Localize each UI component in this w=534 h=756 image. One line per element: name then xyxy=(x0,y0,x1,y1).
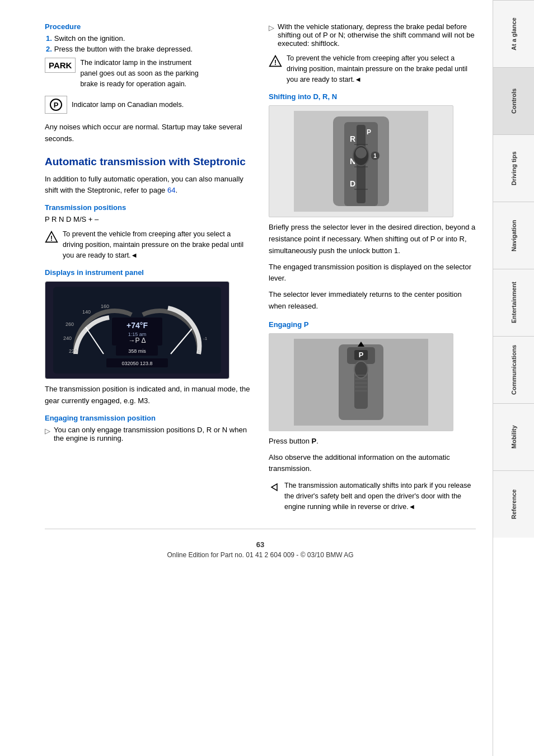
svg-text:D: D xyxy=(350,179,355,188)
engaging-trans-bullet: ▷ You can only engage transmission posit… xyxy=(45,426,252,442)
sidebar-tab-mobility[interactable]: Mobility xyxy=(493,403,534,470)
svg-text:R: R xyxy=(350,134,355,143)
svg-point-31 xyxy=(355,147,367,158)
info-text: The transmission automatically shifts in… xyxy=(284,480,476,512)
step-1-number: 1. xyxy=(46,34,52,43)
warning-text-2: To prevent the vehicle from creeping aft… xyxy=(287,53,476,85)
shifting-body-1: Briefly press the selector lever in the … xyxy=(269,222,476,256)
sidebar-tab-navigation[interactable]: Navigation xyxy=(493,202,534,269)
gear-selector-image: R P N D 1 xyxy=(269,105,453,217)
warning-box-1: ! To prevent the vehicle from creeping a… xyxy=(45,229,252,260)
shifting-heading: Shifting into D, R, N xyxy=(269,92,476,101)
sidebar-tab-communications[interactable]: Communications xyxy=(493,336,534,403)
procedure-heading: Procedure xyxy=(45,22,252,31)
sidebar-tab-reference[interactable]: Reference xyxy=(493,470,534,538)
svg-text:220: 220 xyxy=(69,348,77,354)
circle-p-icon: P xyxy=(50,99,62,111)
sidebar-tab-entertainment[interactable]: Entertainment xyxy=(493,269,534,336)
engaging-trans-text: You can only engage transmission positio… xyxy=(54,426,252,442)
canadian-box: P xyxy=(45,96,67,114)
page-number: 63 xyxy=(45,540,476,549)
sidebar-tab-controls[interactable]: Controls xyxy=(493,67,534,134)
svg-text:1: 1 xyxy=(198,349,200,354)
info-box: The transmission automatically shifts in… xyxy=(269,480,476,512)
svg-text:032050  123.8: 032050 123.8 xyxy=(121,361,152,366)
warning-box-2: ! To prevent the vehicle from creeping a… xyxy=(269,53,476,85)
back-symbol-2: ◄ xyxy=(355,76,362,83)
svg-marker-51 xyxy=(271,484,277,491)
auto-section-body: In addition to fully automatic operation… xyxy=(45,174,252,197)
page-container: Procedure 1.Switch on the ignition. 2.Pr… xyxy=(0,0,534,756)
svg-text:-1: -1 xyxy=(203,336,208,341)
two-column-layout: Procedure 1.Switch on the ignition. 2.Pr… xyxy=(45,22,476,517)
svg-text:!: ! xyxy=(50,235,53,242)
stationary-bullet: ▷ With the vehicle stationary, depress t… xyxy=(269,22,476,48)
page-link[interactable]: 64 xyxy=(167,186,175,194)
park-indicator-block: PARK The indicator lamp in the instrumen… xyxy=(45,58,252,89)
back-symbol-1: ◄ xyxy=(131,251,138,259)
press-button-p: Press button P. xyxy=(269,436,476,447)
svg-rect-50 xyxy=(269,482,280,493)
park-indicator-box: PARK xyxy=(45,58,76,73)
svg-text:→P Δ: →P Δ xyxy=(128,337,146,344)
sidebar-tab-at-a-glance[interactable]: At a glance xyxy=(493,0,534,67)
svg-text:240: 240 xyxy=(63,335,72,341)
shifting-body-2: The engaged transmission position is dis… xyxy=(269,262,476,285)
copyright-text: Online Edition for Part no. 01 41 2 604 … xyxy=(45,551,476,559)
sidebar-tab-driving-tips[interactable]: Driving tips xyxy=(493,134,534,202)
svg-text:140: 140 xyxy=(82,309,91,315)
step-2: 2.Press the button with the brake depres… xyxy=(45,45,252,53)
also-observe-text: Also observe the additional information … xyxy=(269,452,476,475)
svg-text:1: 1 xyxy=(373,153,377,159)
park-keyword: PARK xyxy=(49,60,72,70)
transmission-positions-text: P R N D M/S + – xyxy=(45,215,252,223)
main-content: Procedure 1.Switch on the ignition. 2.Pr… xyxy=(0,0,493,756)
step-1-text: Switch on the ignition. xyxy=(54,34,125,43)
svg-text:!: ! xyxy=(274,59,277,67)
stationary-bullet-text: With the vehicle stationary, depress the… xyxy=(278,22,476,48)
svg-text:160: 160 xyxy=(101,304,109,309)
engaging-p-image: P xyxy=(269,333,453,431)
canadian-label-text: Indicator lamp on Canadian models. xyxy=(72,101,184,109)
canadian-indicator-block: P Indicator lamp on Canadian models. xyxy=(45,94,252,116)
info-arrow-icon xyxy=(269,480,280,494)
park-description: The indicator lamp in the instrument pan… xyxy=(80,58,198,89)
note-text: Any noises which occur are normal. Start… xyxy=(45,122,252,145)
svg-text:260: 260 xyxy=(65,321,74,327)
svg-text:+74°F: +74°F xyxy=(127,321,148,330)
engaging-trans-heading: Engaging transmission position xyxy=(45,414,252,422)
bullet-arrow-icon: ▷ xyxy=(45,427,50,435)
instrument-panel-image: 220 240 260 140 160 +74°F 1:15 am →P Δ xyxy=(45,281,229,379)
shifting-body-3: The selector lever immediately returns t… xyxy=(269,289,476,312)
warning-icon-1: ! xyxy=(45,229,58,245)
step-2-number: 2. xyxy=(46,45,52,53)
warning-icon-2: ! xyxy=(269,53,282,69)
warning-text-1: To prevent the vehicle from creeping aft… xyxy=(63,229,252,260)
bullet-arrow-2-icon: ▷ xyxy=(269,24,274,32)
transmission-positions-heading: Transmission positions xyxy=(45,203,252,212)
step-1: 1.Switch on the ignition. xyxy=(45,34,252,43)
auto-section-title: Automatic transmission with Steptronic xyxy=(45,155,252,169)
svg-text:P: P xyxy=(359,351,364,359)
right-sidebar: At a glance Controls Driving tips Naviga… xyxy=(493,0,534,756)
p-bold: P xyxy=(312,437,317,445)
svg-text:358 mis: 358 mis xyxy=(128,348,146,354)
svg-text:P: P xyxy=(367,128,371,136)
cluster-note: The transmission position is indicated a… xyxy=(45,384,252,407)
right-column: ▷ With the vehicle stationary, depress t… xyxy=(269,22,476,517)
displays-heading: Displays in instrument panel xyxy=(45,268,252,277)
step-2-text: Press the button with the brake depresse… xyxy=(54,45,193,53)
engaging-p-heading: Engaging P xyxy=(269,320,476,329)
left-column: Procedure 1.Switch on the ignition. 2.Pr… xyxy=(45,22,252,517)
back-symbol-3: ◄ xyxy=(409,503,415,511)
page-footer: 63 Online Edition for Part no. 01 41 2 6… xyxy=(45,529,476,564)
